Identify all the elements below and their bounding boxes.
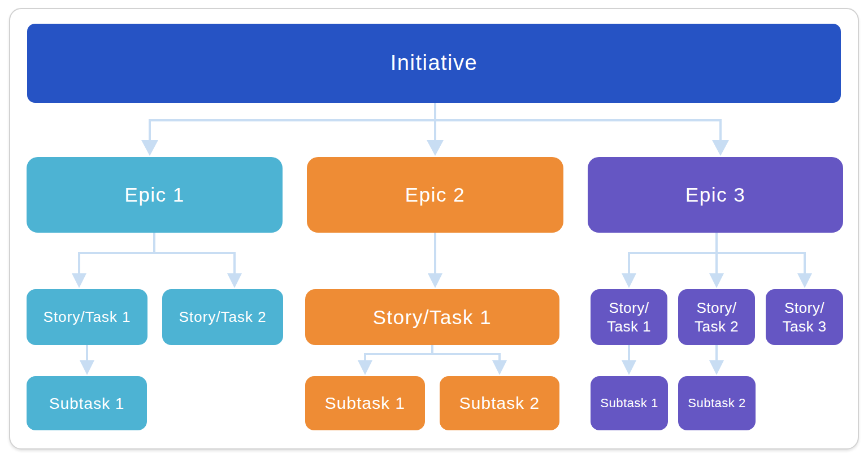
node-epic3-story-task-1: Story/Task 1 bbox=[591, 289, 667, 345]
node-epic3-story-task-2-label: Story/Task 2 bbox=[695, 299, 739, 335]
node-epic2-subtask-2-label: Subtask 2 bbox=[459, 392, 540, 414]
issue-hierarchy-diagram: Initiative Epic 1 Epic 2 Epic 3 Story/Ta… bbox=[0, 0, 868, 458]
node-epic1-story-task-1-label: Story/Task 1 bbox=[43, 308, 131, 326]
node-epic-2-label: Epic 2 bbox=[405, 182, 465, 207]
node-epic3-story-task-3-label: Story/Task 3 bbox=[782, 299, 826, 335]
node-epic3-subtask-2: Subtask 2 bbox=[678, 376, 756, 430]
node-epic1-story-task-2: Story/Task 2 bbox=[162, 289, 283, 345]
node-epic1-subtask-1-label: Subtask 1 bbox=[49, 394, 125, 413]
node-initiative: Initiative bbox=[27, 24, 841, 103]
node-epic2-subtask-1-label: Subtask 1 bbox=[325, 392, 405, 414]
node-epic2-story-task-1-label: Story/Task 1 bbox=[373, 305, 492, 330]
node-epic3-subtask-2-label: Subtask 2 bbox=[688, 395, 745, 411]
node-epic3-story-task-2: Story/Task 2 bbox=[678, 289, 755, 345]
node-epic1-story-task-2-label: Story/Task 2 bbox=[179, 308, 266, 326]
node-epic3-subtask-1-label: Subtask 1 bbox=[600, 395, 658, 411]
node-epic-2: Epic 2 bbox=[307, 157, 563, 233]
node-epic-3: Epic 3 bbox=[588, 157, 843, 233]
node-epic1-story-task-1: Story/Task 1 bbox=[27, 289, 147, 345]
node-epic3-story-task-1-label: Story/Task 1 bbox=[607, 299, 651, 335]
node-epic-3-label: Epic 3 bbox=[685, 182, 745, 207]
node-epic-1: Epic 1 bbox=[27, 157, 283, 233]
node-epic2-subtask-1: Subtask 1 bbox=[305, 376, 425, 430]
node-epic1-subtask-1: Subtask 1 bbox=[27, 376, 147, 430]
node-epic-1-label: Epic 1 bbox=[124, 182, 184, 207]
node-epic2-subtask-2: Subtask 2 bbox=[440, 376, 559, 430]
node-initiative-label: Initiative bbox=[390, 50, 478, 77]
node-epic3-subtask-1: Subtask 1 bbox=[591, 376, 668, 430]
node-epic3-story-task-3: Story/Task 3 bbox=[766, 289, 843, 345]
node-epic2-story-task-1: Story/Task 1 bbox=[305, 289, 559, 345]
